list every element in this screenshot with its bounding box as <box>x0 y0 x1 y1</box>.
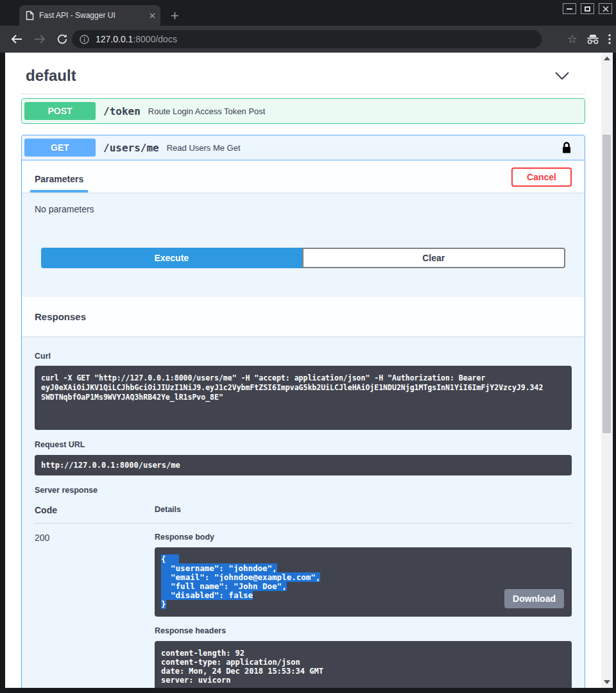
forward-icon[interactable] <box>33 33 46 45</box>
request-url-label: Request URL <box>35 440 572 449</box>
section-title: default <box>26 67 76 85</box>
endpoint-path: /users/me <box>103 142 159 154</box>
bookmark-star-icon[interactable]: ☆ <box>567 33 578 45</box>
browser-tab[interactable]: Fast API - Swagger UI <box>19 5 160 26</box>
response-headers: content-length: 92 content-type: applica… <box>155 641 572 688</box>
auth-lock-icon[interactable] <box>561 141 572 155</box>
no-parameters-text: No parameters <box>35 204 572 214</box>
endpoint-summary: Read Users Me Get <box>167 143 241 153</box>
address-bar[interactable]: 127.0.0.1:8000/docs <box>72 30 542 48</box>
api-section-header[interactable]: default <box>21 59 585 94</box>
curl-label: Curl <box>35 352 572 361</box>
code-column-header: Code <box>35 505 155 515</box>
page-favicon-icon <box>26 11 34 21</box>
tab-parameters[interactable]: Parameters <box>30 174 88 193</box>
response-body[interactable]: { "username": "johndoe", "email": "johnd… <box>155 547 572 617</box>
back-icon[interactable] <box>10 33 23 45</box>
reload-icon[interactable] <box>56 33 68 45</box>
execute-button[interactable]: Execute <box>41 248 302 268</box>
url-text: 127.0.0.1:8000/docs <box>96 34 177 44</box>
page-scrollbar[interactable] <box>601 53 613 688</box>
server-response-label: Server response <box>35 486 572 495</box>
tab-title: Fast API - Swagger UI <box>39 11 144 20</box>
post-method-button[interactable]: POST <box>24 102 96 120</box>
request-url: http://127.0.0.1:8000/users/me <box>35 455 572 475</box>
tab-close-icon[interactable] <box>150 13 155 19</box>
browser-menu-icon[interactable] <box>608 34 611 44</box>
endpoint-header[interactable]: GET /users/me Read Users Me Get <box>22 135 585 160</box>
curl-command[interactable]: curl -X GET "http://127.0.0.1:8000/users… <box>35 366 572 430</box>
details-column-header: Details <box>155 505 181 515</box>
clear-button[interactable]: Clear <box>302 248 566 268</box>
endpoint-post-token[interactable]: POST /token Route Login Access Token Pos… <box>21 98 585 124</box>
scroll-up-icon[interactable] <box>604 56 610 60</box>
site-info-icon[interactable] <box>80 35 89 44</box>
get-method-button[interactable]: GET <box>24 139 96 157</box>
status-code: 200 <box>35 533 155 543</box>
endpoint-path: /token <box>103 105 141 117</box>
incognito-icon <box>586 34 599 44</box>
response-headers-label: Response headers <box>155 626 572 635</box>
responses-section-header: Responses <box>22 297 585 336</box>
response-body-label: Response body <box>155 533 572 542</box>
window-close-icon[interactable] <box>599 3 612 14</box>
endpoint-summary: Route Login Access Token Post <box>148 107 266 116</box>
new-tab-icon[interactable] <box>168 9 181 22</box>
server-response-table-header: Code Details <box>35 505 572 524</box>
cancel-button[interactable]: Cancel <box>511 167 572 187</box>
endpoint-get-users-me: GET /users/me Read Users Me Get Paramete… <box>21 135 585 688</box>
download-button[interactable]: Download <box>504 589 564 608</box>
window-maximize-icon[interactable] <box>581 3 594 14</box>
chevron-down-icon[interactable] <box>555 72 569 80</box>
window-minimize-icon[interactable] <box>563 3 576 14</box>
scroll-down-icon[interactable] <box>604 680 610 684</box>
table-row: 200 Response body { "username": "johndoe… <box>35 524 572 688</box>
page-content: default POST /token Route Login Access T… <box>5 53 601 688</box>
scrollbar-thumb[interactable] <box>603 135 611 433</box>
browser-titlebar: Fast API - Swagger UI <box>0 0 616 26</box>
